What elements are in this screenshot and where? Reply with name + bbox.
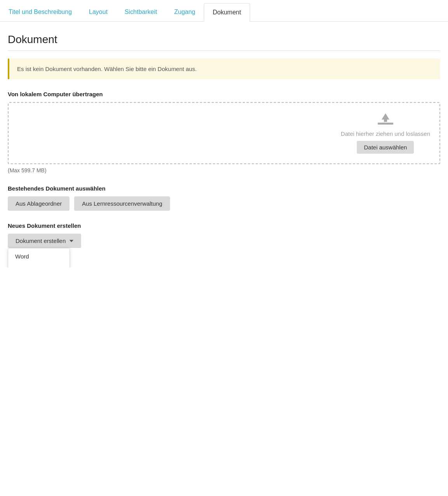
tabs-bar: Titel und Beschreibung Layout Sichtbarke… [0, 0, 448, 22]
existing-buttons-group: Aus Ablageordner Aus Lernressourcenverwa… [8, 196, 440, 211]
dropdown-item-excel[interactable]: Excel [8, 264, 69, 267]
svg-marker-1 [382, 113, 389, 122]
aus-ablageordner-button[interactable]: Aus Ablageordner [8, 196, 69, 211]
new-doc-section-title: Neues Dokument erstellen [8, 222, 440, 229]
create-document-dropdown-wrapper: Dokument erstellen Word Excel PowerPoint [8, 234, 81, 248]
page-content: Dokument Es ist kein Dokument vorhanden.… [0, 22, 448, 267]
dropdown-item-word[interactable]: Word [8, 248, 69, 264]
tab-dokument[interactable]: Dokument [204, 3, 250, 22]
tab-titel[interactable]: Titel und Beschreibung [0, 3, 80, 21]
existing-document-section: Bestehendes Dokument auswählen Aus Ablag… [8, 185, 440, 211]
page-title: Dokument [8, 33, 440, 51]
existing-section-title: Bestehendes Dokument auswählen [8, 185, 440, 192]
upload-icon [377, 113, 394, 127]
select-file-button[interactable]: Datei auswählen [357, 141, 414, 154]
warning-box: Es ist kein Dokument vorhanden. Wählen S… [8, 59, 440, 79]
tab-layout[interactable]: Layout [80, 3, 116, 21]
create-document-dropdown-menu: Word Excel PowerPoint [8, 248, 70, 267]
upload-right-area: Datei hierher ziehen und loslassen Datei… [341, 113, 430, 154]
create-button-label: Dokument erstellen [16, 238, 66, 244]
create-document-button[interactable]: Dokument erstellen [8, 234, 81, 248]
tab-zugang[interactable]: Zugang [166, 3, 204, 21]
svg-rect-0 [378, 123, 393, 125]
upload-section: Von lokalem Computer übertragen Datei hi… [8, 91, 440, 173]
new-document-section: Neues Dokument erstellen Dokument erstel… [8, 222, 440, 248]
upload-hint-text: Datei hierher ziehen und loslassen [341, 130, 430, 137]
aus-lernressourcen-button[interactable]: Aus Lernressourcenverwaltung [74, 196, 170, 211]
upload-dropzone[interactable]: Datei hierher ziehen und loslassen Datei… [8, 102, 440, 164]
tab-sichtbarkeit[interactable]: Sichtbarkeit [116, 3, 166, 21]
chevron-down-icon [69, 240, 73, 242]
upload-section-title: Von lokalem Computer übertragen [8, 91, 440, 97]
warning-text: Es ist kein Dokument vorhanden. Wählen S… [17, 66, 197, 72]
upload-max-size: (Max 599.7 MB) [8, 167, 440, 173]
